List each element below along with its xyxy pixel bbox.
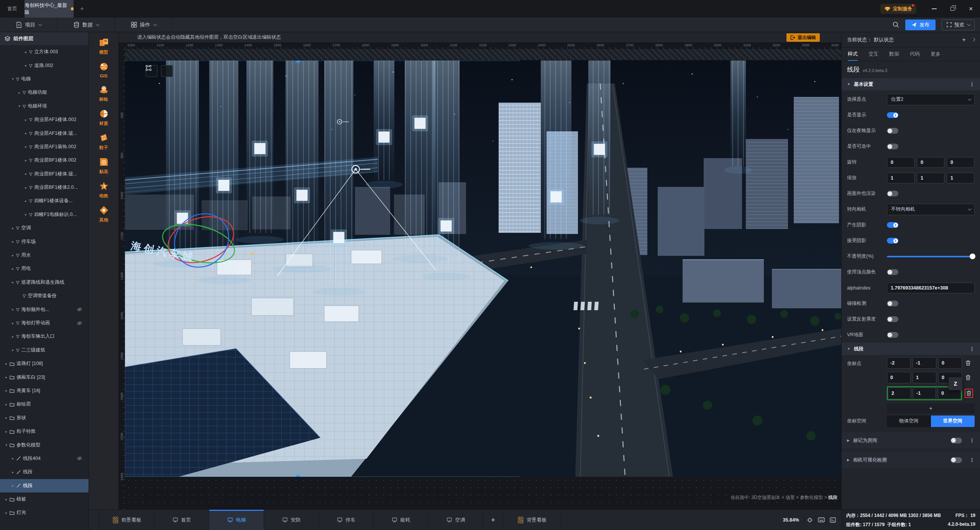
collapse-caret-icon[interactable]: ▼ (847, 82, 850, 86)
expander-icon[interactable]: ▸ (23, 159, 28, 162)
toggle[interactable] (887, 332, 898, 338)
inspector-scroll[interactable]: ▼基本设置⋮选择原点位置2是否显示仅在夜晚显示是否可选中旋转缩放画面外也渲染转向… (842, 78, 980, 509)
expander-icon[interactable]: ▸ (10, 335, 15, 339)
coordinate-input[interactable] (887, 372, 911, 383)
toolbox-item-model[interactable]: 模型 (99, 38, 109, 55)
tree-item[interactable]: ▸▽商业层AF1装饰.002 (0, 140, 89, 154)
menu-item-grid[interactable]: 操作 (115, 18, 172, 32)
add-state-button[interactable]: + (962, 36, 966, 43)
add-board-button[interactable]: + (483, 510, 503, 530)
board-tab[interactable]: 前景看板 (100, 510, 154, 530)
coordinate-input[interactable] (913, 357, 936, 369)
toggle[interactable] (887, 112, 898, 118)
coordinate-input[interactable] (938, 357, 962, 369)
segment-option[interactable]: 世界空间 (931, 415, 975, 427)
delete-icon[interactable] (966, 390, 972, 396)
tree-item[interactable]: ▸▽海创车辆出入口 (0, 330, 89, 343)
toggle[interactable] (950, 438, 962, 443)
select-field[interactable]: 不转向相机 (887, 204, 975, 215)
select-field[interactable]: 位置2 (887, 94, 975, 105)
section-header[interactable]: ▼线段⋮ (842, 343, 980, 355)
tree-item[interactable]: ▸▽用水 (0, 249, 89, 262)
number-input[interactable] (947, 157, 974, 168)
eye-hidden-icon[interactable] (77, 321, 82, 326)
tree-item[interactable]: ▸▽空调 (0, 221, 89, 235)
tree-item[interactable]: ▸▽巡逻路线和逃生路线 (0, 276, 89, 289)
tree-item[interactable]: ▸▽商业层AF1楼体.玻... (0, 126, 89, 140)
inspector-tab[interactable]: 样式 (848, 47, 858, 61)
number-input[interactable] (917, 157, 944, 168)
viewport[interactable]: 进入编辑状态会自动隐藏其他组件图层，双击空白区域退出编辑状态 退出编辑 1000… (119, 32, 841, 509)
toolbox-item-other[interactable]: 其他 (99, 205, 109, 223)
expander-icon[interactable]: ▸ (4, 362, 9, 366)
toolbox-item-particle[interactable]: 粒子 (99, 133, 109, 150)
coordinate-input[interactable] (913, 372, 936, 383)
expander-icon[interactable]: ▸ (23, 199, 28, 203)
expander-icon[interactable]: ▸ (10, 321, 15, 325)
expand-caret-icon[interactable]: ▶ (847, 438, 850, 442)
tree-item[interactable]: ▸粒子特效 (0, 425, 89, 438)
toggle[interactable] (887, 301, 898, 306)
toggle[interactable] (887, 144, 898, 149)
frame-view-button[interactable] (161, 65, 173, 77)
tree-item[interactable]: ▸▽商业层BF1楼体2.0... (0, 181, 89, 194)
toolbox-item-decal[interactable]: 贴花 (99, 157, 109, 175)
expander-icon[interactable]: ▸ (23, 118, 28, 122)
board-tab[interactable]: 首页 (154, 510, 209, 530)
expander-icon[interactable]: ▸ (4, 389, 9, 393)
expander-icon[interactable]: ▸ (10, 254, 15, 257)
coordinate-input[interactable] (888, 388, 911, 399)
project-tab-active[interactable]: 海创科技中心_最新版 (25, 0, 74, 18)
tree-item[interactable]: ▸▽道路.002 (0, 59, 89, 72)
expander-icon[interactable]: ▸ (23, 64, 28, 67)
toggle[interactable] (887, 191, 898, 196)
eye-hidden-icon[interactable] (77, 456, 82, 461)
expander-icon[interactable]: ▸ (4, 430, 9, 433)
tree-item[interactable]: ▽空调管道备份 (0, 289, 89, 303)
tree-item[interactable]: ▸线段404 (0, 452, 89, 465)
expander-icon[interactable]: ▸ (4, 511, 9, 515)
inspector-tab[interactable]: 交互 (868, 47, 878, 61)
minimize-button[interactable] (925, 8, 943, 9)
expander-icon[interactable]: ▸ (4, 497, 9, 501)
expander-icon[interactable]: ▸ (10, 226, 15, 230)
expander-icon[interactable]: ▸ (23, 172, 28, 176)
toolbox-item-gis[interactable]: GIS (99, 62, 109, 78)
eye-hidden-icon[interactable] (77, 307, 82, 312)
collapsed-section[interactable]: ▶相机可视化检测⋮ (842, 452, 980, 468)
menu-item-doc[interactable]: 项目 (0, 18, 57, 32)
menu-item-db[interactable]: 数据 (57, 18, 115, 32)
tree-item[interactable]: ▸标绘层 (0, 398, 89, 411)
fit-screen-button[interactable] (804, 515, 815, 525)
coordinate-input[interactable] (887, 357, 911, 369)
opacity-slider[interactable] (887, 254, 975, 259)
board-tab[interactable]: 电梯 (209, 510, 264, 530)
tree-item[interactable]: ▾▽电梯 (0, 72, 89, 86)
expand-caret-icon[interactable]: ▶ (847, 458, 850, 462)
expander-icon[interactable]: ▸ (4, 402, 9, 406)
tree-item[interactable]: ▸▽四幢F1电梯标识.0... (0, 208, 89, 221)
toggle[interactable] (887, 238, 898, 244)
section-header[interactable]: ▼基本设置⋮ (842, 78, 980, 90)
expander-icon[interactable]: ▸ (23, 145, 28, 149)
board-tab[interactable]: 停车 (319, 510, 374, 530)
tree-item[interactable]: ▸▽二三级建筑 (0, 344, 89, 357)
more-options-icon[interactable]: ⋮ (969, 437, 975, 443)
delete-icon[interactable] (965, 360, 971, 366)
inspector-tab[interactable]: 代码 (910, 47, 920, 61)
tree-item[interactable]: ▸亮黄车 [16] (0, 384, 89, 398)
chevron-right-icon[interactable] (972, 38, 975, 42)
toolbox-item-material[interactable]: 材质 (99, 109, 109, 126)
toggle[interactable] (887, 316, 898, 322)
project-tab-home[interactable]: 首页 (0, 0, 25, 18)
expander-icon[interactable]: ▸ (10, 470, 15, 474)
expander-icon[interactable]: ▸ (10, 280, 15, 284)
expander-icon[interactable]: ▾ (4, 443, 9, 447)
tree-item[interactable]: ▸线段 (0, 465, 89, 479)
tree-item[interactable]: ▸▽海创额外包... (0, 303, 89, 316)
text-input[interactable] (887, 283, 975, 293)
board-tab[interactable]: 能耗 (374, 510, 428, 530)
expander-icon[interactable]: ▸ (17, 91, 22, 95)
inspector-tab[interactable]: 数据 (889, 47, 899, 61)
tree-item[interactable]: ▸▽立方体.003 (0, 45, 89, 59)
